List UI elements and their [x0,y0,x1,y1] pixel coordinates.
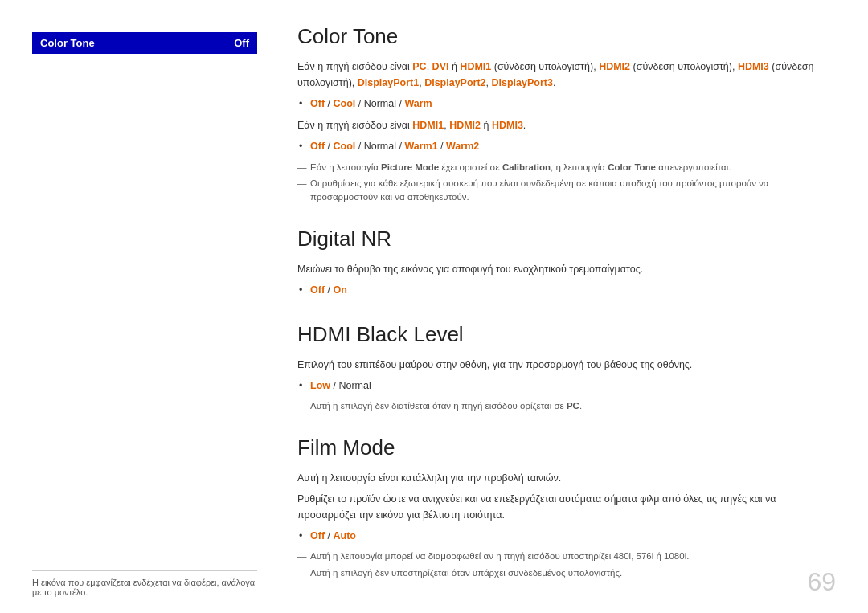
color-tone-list-1: Off / Cool / Normal / Warm [297,96,828,112]
page-number: 69 [807,567,836,597]
sidebar: Color Tone Off Η εικόνα που εμφανίζεται … [0,0,273,613]
film-mode-note-2: Αυτή η επιλογή δεν υποστηρίζεται όταν υπ… [297,566,828,580]
color-tone-note-2: Οι ρυθμίσεις για κάθε εξωτερική συσκευή … [297,177,828,205]
section-title-digital-nr: Digital NR [297,227,828,251]
section-film-mode: Film Mode Αυτή η λειτουργία είναι κατάλλ… [297,435,828,580]
page-container: Color Tone Off Η εικόνα που εμφανίζεται … [0,0,868,613]
section-title-film-mode: Film Mode [297,435,828,460]
color-tone-text-2: Εάν η πηγή εισόδου είναι HDMI1, HDMI2 ή … [297,117,828,133]
film-mode-list: Off / Auto [297,528,828,545]
bullet-item: Off / On [310,282,828,299]
film-mode-text-2: Ρυθμίζει το προϊόν ώστε να ανιχνεύει και… [297,491,828,523]
sidebar-bottom-note: Η εικόνα που εμφανίζεται ενδέχεται να δι… [32,570,257,597]
bullet-item: Off / Auto [310,528,828,545]
digital-nr-list: Off / On [297,282,828,299]
bullet-item: Low / Normal [310,378,828,394]
film-mode-text-1: Αυτή η λειτουργία είναι κατάλληλη για τη… [297,470,828,486]
hdmi-black-level-text-1: Επιλογή του επιπέδου μαύρου στην οθόνη, … [297,357,828,373]
section-digital-nr: Digital NR Μειώνει το θόρυβο της εικόνας… [297,227,828,299]
sidebar-menu-label: Color Tone [40,37,95,49]
section-color-tone: Color Tone Εάν η πηγή εισόδου είναι PC, … [297,24,828,204]
sidebar-menu-item[interactable]: Color Tone Off [32,32,257,54]
digital-nr-text-1: Μειώνει το θόρυβο της εικόνας για αποφυγ… [297,261,828,277]
hdmi-black-level-list: Low / Normal [297,378,828,394]
color-tone-note-1: Εάν η λειτουργία Picture Mode έχει οριστ… [297,161,828,174]
bullet-item: Off / Cool / Normal / Warm1 / Warm2 [310,138,828,155]
section-hdmi-black-level: HDMI Black Level Επιλογή του επιπέδου μα… [297,322,828,414]
section-title-color-tone: Color Tone [297,24,828,49]
sidebar-menu-value: Off [234,37,249,49]
color-tone-text-1: Εάν η πηγή εισόδου είναι PC, DVI ή HDMI1… [297,59,828,91]
main-content: Color Tone Εάν η πηγή εισόδου είναι PC, … [273,0,868,613]
color-tone-list-2: Off / Cool / Normal / Warm1 / Warm2 [297,138,828,155]
hdmi-black-level-note-1: Αυτή η επιλογή δεν διατίθεται όταν η πηγ… [297,399,828,413]
bullet-item: Off / Cool / Normal / Warm [310,96,828,112]
film-mode-note-1: Αυτή η λειτουργία μπορεί να διαμορφωθεί … [297,550,828,563]
section-title-hdmi-black-level: HDMI Black Level [297,322,828,347]
